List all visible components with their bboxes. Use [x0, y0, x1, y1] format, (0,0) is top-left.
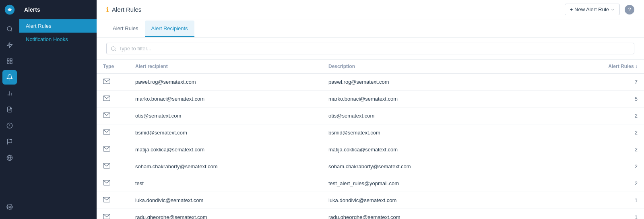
cell-alert-rules: 1 — [545, 192, 644, 209]
table-body: pawel.rog@sematext.com pawel.rog@sematex… — [97, 74, 644, 219]
page-title: Alert Rules — [112, 6, 141, 13]
email-icon — [103, 112, 110, 118]
email-icon — [103, 214, 110, 219]
cell-type — [97, 209, 129, 219]
nav-synthetics[interactable] — [2, 118, 17, 133]
sidebar: Alerts Alert Rules Notification Hooks — [19, 0, 97, 219]
new-alert-rule-label: + New Alert Rule — [570, 6, 609, 12]
svg-rect-6 — [7, 62, 9, 64]
cell-alert-rules: 2 — [545, 124, 644, 141]
topbar: ℹ Alert Rules + New Alert Rule ? — [97, 0, 644, 19]
main-content: ℹ Alert Rules + New Alert Rule ? Alert R… — [97, 0, 644, 219]
cell-description: pawel.rog@sematext.com — [322, 74, 545, 91]
cell-description: marko.bonaci@sematext.com — [322, 91, 545, 107]
svg-point-1 — [7, 27, 12, 31]
filter-input-wrap — [106, 43, 634, 54]
cell-description: matija.coklica@sematext.com — [322, 141, 545, 158]
cell-description: radu.gheorghe@sematext.com — [322, 209, 545, 219]
nav-flag[interactable] — [2, 134, 17, 149]
email-icon — [103, 197, 110, 202]
cell-recipient: otis@sematext.com — [129, 107, 322, 124]
tab-alert-recipients[interactable]: Alert Recipients — [145, 21, 194, 37]
cell-description: otis@sematext.com — [322, 107, 545, 124]
email-icon — [103, 79, 110, 84]
col-recipient-header: Alert recipient — [129, 60, 322, 74]
cell-recipient: pawel.rog@sematext.com — [129, 74, 322, 91]
help-button[interactable]: ? — [625, 5, 634, 14]
svg-point-20 — [111, 46, 115, 50]
cell-type — [97, 107, 129, 124]
search-icon — [111, 46, 116, 52]
cell-type — [97, 124, 129, 141]
sidebar-section-title: Alerts — [24, 6, 40, 13]
col-type-header: Type — [97, 60, 129, 74]
filter-input[interactable] — [119, 45, 630, 52]
sidebar-item-alert-rules[interactable]: Alert Rules — [19, 19, 97, 33]
table-row: marko.bonaci@sematext.com marko.bonaci@s… — [97, 91, 644, 107]
cell-recipient: test — [129, 175, 322, 192]
help-label: ? — [628, 6, 631, 12]
table-row: pawel.rog@sematext.com pawel.rog@sematex… — [97, 74, 644, 91]
new-alert-rule-button[interactable]: + New Alert Rule — [565, 4, 620, 15]
svg-marker-3 — [7, 42, 12, 48]
cell-description: soham.chakraborty@sematext.com — [322, 158, 545, 175]
cell-recipient: luka.dondivic@sematext.com — [129, 192, 322, 209]
left-nav-rail — [0, 0, 19, 219]
table-header-row: Type Alert recipient Description Alert R… — [97, 60, 644, 74]
recipients-table: Type Alert recipient Description Alert R… — [97, 60, 644, 219]
logo[interactable] — [4, 4, 15, 17]
topbar-left: ℹ Alert Rules — [106, 6, 141, 13]
cell-alert-rules: 7 — [545, 74, 644, 91]
table-row: test test_alert_rules@yopmail.com 2 — [97, 175, 644, 192]
table-row: radu.gheorghe@sematext.com radu.gheorghe… — [97, 209, 644, 219]
cell-description: bsmid@sematext.com — [322, 124, 545, 141]
cell-type — [97, 141, 129, 158]
cell-alert-rules: 2 — [545, 107, 644, 124]
email-icon — [103, 146, 110, 152]
cell-alert-rules: 2 — [545, 141, 644, 158]
col-alert-rules-header: Alert Rules ↓ — [545, 60, 644, 74]
sidebar-header: Alerts — [19, 0, 97, 19]
sidebar-item-label: Notification Hooks — [26, 36, 68, 42]
nav-metrics[interactable] — [2, 86, 17, 101]
info-icon: ℹ — [106, 6, 109, 13]
cell-description: luka.dondivic@sematext.com — [322, 192, 545, 209]
sidebar-item-notification-hooks[interactable]: Notification Hooks — [19, 33, 97, 46]
svg-rect-4 — [7, 59, 9, 61]
tab-alert-rules[interactable]: Alert Rules — [106, 21, 145, 37]
cell-recipient: bsmid@sematext.com — [129, 124, 322, 141]
table-row: soham.chakraborty@sematext.com soham.cha… — [97, 158, 644, 175]
cell-alert-rules: 2 — [545, 175, 644, 192]
cell-type — [97, 74, 129, 91]
cell-type — [97, 175, 129, 192]
svg-line-2 — [11, 30, 12, 31]
svg-point-19 — [9, 206, 10, 208]
cell-alert-rules: 2 — [545, 158, 644, 175]
cell-type — [97, 91, 129, 107]
cell-description: test_alert_rules@yopmail.com — [322, 175, 545, 192]
cell-alert-rules: 5 — [545, 91, 644, 107]
svg-rect-7 — [10, 62, 12, 64]
topbar-right: + New Alert Rule ? — [565, 4, 634, 15]
nav-settings[interactable] — [2, 200, 17, 214]
nav-apps[interactable] — [2, 38, 17, 52]
chevron-down-icon — [611, 8, 615, 12]
cell-type — [97, 158, 129, 175]
email-icon — [103, 95, 110, 101]
nav-dashboard[interactable] — [2, 54, 17, 68]
cell-recipient: matija.coklica@sematext.com — [129, 141, 322, 158]
cell-alert-rules: 1 — [545, 209, 644, 219]
email-icon — [103, 163, 110, 169]
cell-recipient: marko.bonaci@sematext.com — [129, 91, 322, 107]
email-icon — [103, 129, 110, 135]
filter-bar — [97, 38, 644, 60]
nav-alerts[interactable] — [2, 70, 17, 85]
table-row: bsmid@sematext.com bsmid@sematext.com 2 — [97, 124, 644, 141]
email-icon — [103, 180, 110, 186]
nav-search[interactable] — [2, 22, 17, 36]
nav-globe[interactable] — [2, 151, 17, 165]
nav-logs[interactable] — [2, 102, 17, 117]
tab-bar: Alert Rules Alert Recipients — [97, 19, 644, 38]
svg-rect-5 — [10, 59, 12, 61]
table-row: luka.dondivic@sematext.com luka.dondivic… — [97, 192, 644, 209]
